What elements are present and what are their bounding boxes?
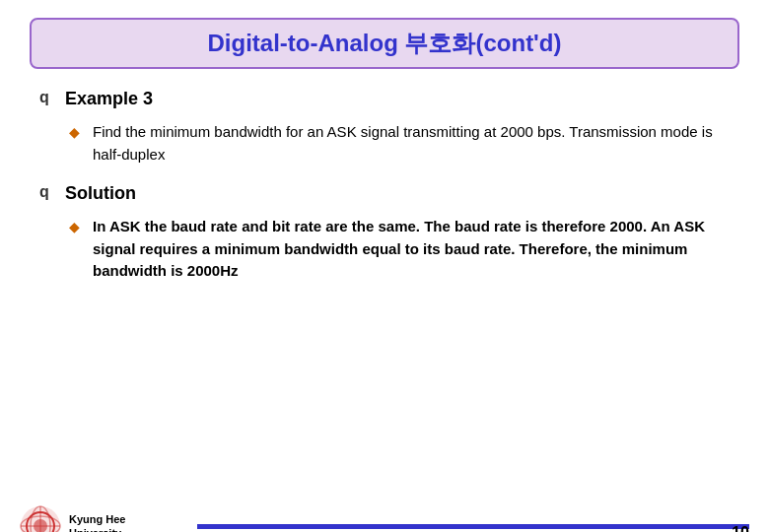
example-sub-bullet-1: ◆ Find the minimum bandwidth for an ASK …: [69, 121, 730, 166]
q-bullet-example: q: [39, 89, 55, 106]
diamond-icon-2: ◆: [69, 219, 83, 234]
university-name: Kyung Hee University: [69, 512, 125, 532]
example-bullet-row: q Example 3: [39, 87, 730, 111]
solution-bullet-row: q Solution: [39, 181, 730, 206]
solution-label: Solution: [65, 181, 136, 206]
slide: Digital-to-Analog 부호화(cont'd) q Example …: [0, 18, 769, 532]
logo-area: Kyung Hee University: [0, 505, 197, 532]
bottom-accent-line: [197, 524, 749, 529]
solution-bullet-text: In ASK the baud rate and bit rate are th…: [93, 216, 730, 283]
university-logo: [20, 505, 61, 532]
q-bullet-solution: q: [39, 183, 55, 201]
example-label: Example 3: [65, 87, 153, 111]
example-sub-bullets: ◆ Find the minimum bandwidth for an ASK …: [69, 121, 730, 166]
page-number: 10: [732, 524, 749, 532]
diamond-icon-1: ◆: [69, 124, 83, 140]
slide-title: Digital-to-Analog 부호화(cont'd): [208, 30, 562, 56]
content-area: q Example 3 ◆ Find the minimum bandwidth…: [0, 87, 769, 283]
example-bullet-text: Find the minimum bandwidth for an ASK si…: [93, 121, 730, 166]
title-bar: Digital-to-Analog 부호화(cont'd): [30, 18, 739, 69]
solution-sub-bullets: ◆ In ASK the baud rate and bit rate are …: [69, 216, 730, 283]
bottom-bar: Kyung Hee University: [0, 502, 769, 532]
solution-sub-bullet-1: ◆ In ASK the baud rate and bit rate are …: [69, 216, 730, 283]
